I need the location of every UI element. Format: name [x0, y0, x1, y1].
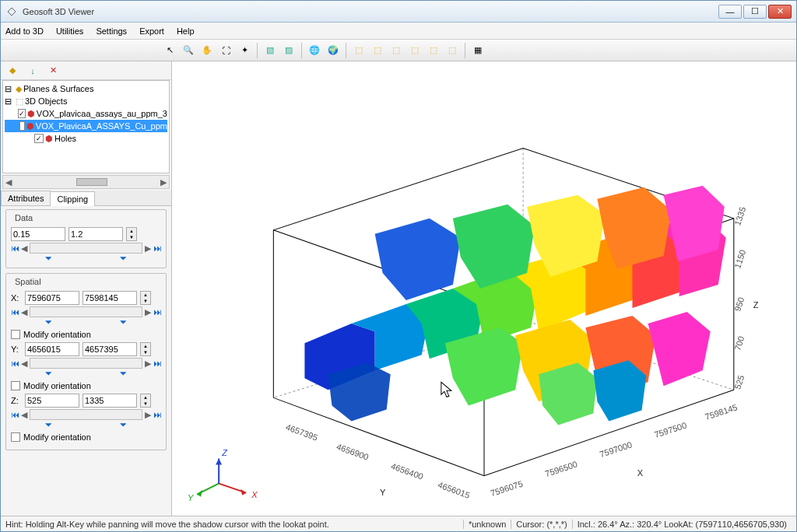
clipping-panel: Data ▲▼ ⏮ ◀ ▶ ⏭ ⏷⏷	[1, 206, 171, 516]
y-spin[interactable]: ▲▼	[140, 342, 151, 356]
tool-zoom-icon[interactable]: 🔍	[180, 42, 197, 59]
x-max-input[interactable]	[83, 291, 137, 305]
checkbox-icon[interactable]	[19, 121, 25, 131]
x-modify-checkbox[interactable]	[11, 330, 20, 339]
svg-marker-12	[375, 219, 461, 300]
menu-add-to-3d[interactable]: Add to 3D	[5, 26, 44, 36]
slider-start-icon[interactable]: ⏮	[11, 359, 19, 368]
z-label: Z:	[11, 396, 22, 405]
tree-item-selected[interactable]: ⬢ VOX_PlavicaA_ASSAYS_Cu_ppm	[5, 120, 167, 132]
slider-right-icon[interactable]: ▶	[144, 307, 152, 317]
svg-marker-27	[216, 459, 222, 465]
property-tabs: Attributes Clipping	[1, 191, 171, 206]
y-tick: 4657395	[285, 422, 319, 443]
slider-end-icon[interactable]: ⏭	[153, 359, 161, 368]
slider-start-icon[interactable]: ⏮	[11, 307, 19, 317]
tree-node-planes[interactable]: ⊟ ◆ Planes & Surfaces	[5, 82, 167, 95]
tree-label: Holes	[54, 134, 76, 143]
slider-start-icon[interactable]: ⏮	[11, 410, 19, 419]
maximize-button[interactable]: ☐	[743, 5, 767, 19]
y-max-input[interactable]	[83, 342, 137, 356]
titlebar[interactable]: Geosoft 3D Viewer — ☐ ✕	[1, 1, 796, 23]
tool-layer1-icon[interactable]: ▧	[262, 42, 279, 59]
tree-scrollbar[interactable]: ◀▶	[2, 175, 170, 189]
tool-world-icon[interactable]: 🌍	[325, 42, 342, 59]
menu-settings[interactable]: Settings	[96, 26, 127, 36]
slider-right-icon[interactable]: ▶	[144, 359, 152, 369]
slider-right-icon[interactable]: ▶	[144, 243, 152, 254]
status-hint: Hint: Holding Alt-Key while panning will…	[5, 520, 463, 529]
tree-node-objects[interactable]: ⊟ ⬚ 3D Objects	[5, 95, 167, 107]
tool-cube4-icon[interactable]: ⬚	[406, 42, 423, 59]
data-max-input[interactable]	[68, 227, 123, 241]
tool-extra-icon[interactable]: ▦	[469, 42, 486, 59]
menu-utilities[interactable]: Utilities	[56, 26, 83, 36]
tree-item[interactable]: ✓ ⬢ VOX_plavicaa_assays_au_ppm_3	[5, 107, 167, 120]
x-min-input[interactable]	[25, 291, 79, 305]
slider-left-icon[interactable]: ◀	[20, 243, 28, 254]
statusbar: Hint: Holding Alt-Key while panning will…	[1, 516, 796, 531]
slider-end-icon[interactable]: ⏭	[153, 410, 161, 419]
tab-clipping[interactable]: Clipping	[50, 191, 95, 206]
tool-cube6-icon[interactable]: ⬚	[444, 42, 461, 59]
y-slider[interactable]	[30, 358, 142, 369]
checkbox-icon[interactable]: ✓	[18, 109, 26, 118]
z-spin[interactable]: ▲▼	[140, 394, 151, 408]
group-title-spatial: Spatial	[12, 277, 44, 286]
menu-help[interactable]: Help	[177, 26, 195, 36]
slider-start-icon[interactable]: ⏮	[11, 243, 19, 253]
x-slider[interactable]	[30, 306, 142, 317]
z-min-input[interactable]	[25, 394, 79, 408]
side-down-icon[interactable]: ↓	[24, 62, 41, 79]
z-tick: 1335	[732, 205, 747, 226]
window-title: Geosoft 3D Viewer	[23, 7, 718, 16]
tool-cube2-icon[interactable]: ⬚	[369, 42, 386, 59]
y-modify-checkbox[interactable]	[11, 381, 20, 390]
tool-cursor-icon[interactable]: ↖	[161, 42, 178, 59]
close-button[interactable]: ✕	[768, 5, 792, 19]
menu-export[interactable]: Export	[139, 26, 164, 36]
tool-globe-icon[interactable]: 🌐	[306, 42, 323, 59]
slider-end-icon[interactable]: ⏭	[153, 307, 161, 317]
data-min-input[interactable]	[11, 227, 65, 241]
3d-viewport[interactable]: 7596075 7596500 7597000 7597500 7598145 …	[172, 61, 796, 516]
svg-marker-19	[593, 360, 646, 421]
x-spin[interactable]: ▲▼	[140, 291, 151, 305]
slider-right-icon[interactable]: ▶	[144, 410, 152, 420]
x-tick: 7597500	[653, 420, 687, 439]
status-orientation: Incl.: 26.4° Az.: 320.4° LookAt: (759711…	[572, 520, 792, 529]
slider-left-icon[interactable]: ◀	[20, 307, 28, 317]
tree-item[interactable]: ✓ ⬢ Holes	[5, 132, 167, 145]
data-slider[interactable]	[30, 243, 142, 254]
tool-layer2-icon[interactable]: ▨	[280, 42, 297, 59]
object-tree[interactable]: ⊟ ◆ Planes & Surfaces ⊟ ⬚ 3D Objects ✓ ⬢…	[2, 80, 170, 173]
side-toolbar: ◆ ↓ ✕	[1, 61, 171, 80]
z-modify-checkbox[interactable]	[11, 432, 20, 442]
y-min-input[interactable]	[25, 342, 79, 356]
svg-text:Z: Z	[221, 448, 228, 457]
slider-left-icon[interactable]: ◀	[20, 410, 28, 420]
tool-cube3-icon[interactable]: ⬚	[388, 42, 405, 59]
tool-cube1-icon[interactable]: ⬚	[350, 42, 367, 59]
slider-left-icon[interactable]: ◀	[20, 359, 28, 369]
tool-pan-icon[interactable]: ✋	[198, 42, 216, 59]
side-add-icon[interactable]: ◆	[4, 62, 21, 79]
z-max-input[interactable]	[83, 394, 137, 408]
tool-cube5-icon[interactable]: ⬚	[425, 42, 442, 59]
z-tick: 525	[732, 374, 746, 390]
tool-fit-icon[interactable]: ⛶	[217, 42, 234, 59]
tool-center-icon[interactable]: ✦	[236, 42, 253, 59]
slider-end-icon[interactable]: ⏭	[153, 243, 161, 253]
menubar: Add to 3D Utilities Settings Export Help	[1, 23, 796, 40]
data-spin[interactable]: ▲▼	[126, 227, 137, 241]
side-delete-icon[interactable]: ✕	[44, 62, 61, 79]
checkbox-icon[interactable]: ✓	[34, 134, 44, 143]
sidebar: ◆ ↓ ✕ ⊟ ◆ Planes & Surfaces ⊟ ⬚ 3D Objec…	[1, 61, 172, 516]
z-slider[interactable]	[30, 409, 142, 420]
y-modify-label: Modify orientation	[23, 381, 91, 390]
x-tick: 7596075	[490, 479, 524, 499]
minimize-button[interactable]: —	[718, 5, 742, 19]
tree-label: VOX_plavicaa_assays_au_ppm_3	[37, 109, 167, 118]
tab-attributes[interactable]: Attributes	[1, 191, 51, 205]
y-tick: 4656015	[437, 480, 471, 500]
